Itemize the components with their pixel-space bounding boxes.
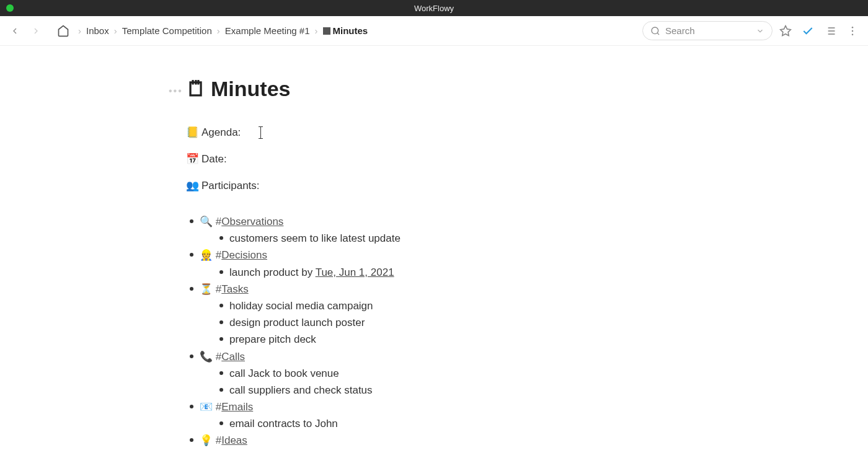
document-title-row[interactable]: ••• 🗒 Minutes [186, 77, 657, 101]
bullet-icon[interactable] [219, 421, 223, 425]
svg-point-11 [852, 33, 854, 35]
nav-back-button[interactable] [6, 22, 24, 40]
list-item[interactable]: design product launch poster [219, 314, 657, 331]
window-titlebar: WorkFlowy [0, 0, 868, 16]
list-item[interactable]: prepare pitch deck [219, 331, 657, 348]
bullet-icon[interactable] [219, 371, 223, 375]
svg-point-9 [852, 26, 854, 28]
document-content: ••• 🗒 Minutes 📒Agenda:📅Date:👥Participant… [0, 46, 868, 449]
text-cursor-icon [260, 127, 261, 138]
traffic-lights [0, 4, 14, 12]
home-button[interactable] [55, 22, 72, 40]
list-item[interactable]: email contracts to John [219, 415, 657, 432]
bullet-icon[interactable] [219, 270, 223, 274]
breadcrumb-template-competition[interactable]: Template Competition [122, 25, 212, 36]
bullet-icon[interactable] [190, 253, 193, 257]
page-title-text: Minutes [211, 77, 290, 101]
list-item[interactable]: 📞 #Calls [190, 348, 657, 365]
bullet-icon[interactable] [219, 304, 223, 307]
chevron-right-icon: › [217, 25, 220, 36]
bullet-icon[interactable] [219, 320, 223, 324]
notepad-icon: 🗒 [186, 77, 207, 101]
bullet-icon[interactable] [219, 337, 223, 341]
chevron-right-icon: › [315, 25, 318, 36]
search-input[interactable]: Search [642, 21, 773, 40]
list-item[interactable]: 💡 #Ideas [190, 432, 657, 449]
meta-label: Date: [202, 153, 227, 165]
meta-label: Agenda: [202, 126, 241, 139]
hashtag-link[interactable]: #Emails [216, 401, 253, 413]
meta-line[interactable]: 👥Participants: [186, 179, 657, 192]
page-title[interactable]: 🗒 Minutes [186, 77, 290, 101]
list-item[interactable]: customers seem to like latest update [219, 230, 657, 247]
bullet-icon[interactable] [219, 236, 223, 240]
breadcrumb: › Inbox › Template Competition › Example… [78, 25, 368, 36]
date-link[interactable]: Tue, Jun 1, 2021 [316, 266, 394, 278]
document[interactable]: ••• 🗒 Minutes 📒Agenda:📅Date:👥Participant… [186, 77, 657, 449]
list-item-text: prepare pitch deck [229, 331, 316, 348]
meta-line[interactable]: 📒Agenda: [186, 126, 657, 139]
list-item[interactable]: ⏳ #Tasks [190, 281, 657, 297]
chevron-down-icon [756, 27, 764, 35]
chevron-right-icon: › [78, 25, 81, 36]
hashtag-link[interactable]: #Calls [216, 351, 245, 363]
list-item-text: call Jack to book venue [229, 365, 339, 382]
bullet-icon[interactable] [190, 287, 193, 291]
list-item-text: design product launch poster [229, 314, 365, 331]
meta-label: Participants: [202, 180, 260, 192]
bullet-icon[interactable] [219, 388, 223, 392]
list-item[interactable]: call Jack to book venue [219, 365, 657, 382]
list-item-text: launch product by Tue, Jun 1, 2021 [229, 264, 394, 281]
section-emoji-icon: 📞 [200, 348, 213, 365]
svg-line-1 [657, 33, 659, 35]
svg-marker-2 [781, 25, 791, 35]
bullet-icon[interactable] [190, 438, 193, 442]
section-emoji-icon: ⏳ [200, 281, 213, 297]
list-item-text: email contracts to John [229, 415, 338, 432]
meta-emoji-icon: 👥 [186, 179, 199, 192]
app-title: WorkFlowy [414, 4, 454, 13]
svg-point-0 [652, 27, 658, 34]
hashtag-link[interactable]: #Decisions [216, 249, 267, 261]
breadcrumb-example-meeting[interactable]: Example Meeting #1 [225, 25, 310, 36]
list-item[interactable]: 👷 #Decisions [190, 247, 657, 263]
list-item-text: holiday social media campaign [229, 297, 373, 314]
more-menu-button[interactable] [843, 22, 862, 40]
traffic-light-close[interactable] [6, 4, 14, 12]
list-item-text: call suppliers and check status [229, 382, 373, 399]
document-icon [323, 27, 330, 35]
nav-forward-button[interactable] [27, 22, 45, 40]
list-item[interactable]: call suppliers and check status [219, 382, 657, 399]
list-item-text: customers seem to like latest update [229, 230, 401, 247]
search-icon [650, 26, 660, 36]
hashtag-link[interactable]: #Ideas [216, 434, 247, 446]
list-item[interactable]: 📧 #Emails [190, 399, 657, 415]
meta-emoji-icon: 📅 [186, 152, 199, 165]
list-item[interactable]: launch product by Tue, Jun 1, 2021 [219, 264, 657, 281]
breadcrumb-minutes[interactable]: Minutes [323, 25, 368, 36]
search-placeholder: Search [665, 25, 695, 36]
section-emoji-icon: 🔍 [200, 213, 213, 230]
star-button[interactable] [776, 22, 795, 40]
bullet-icon[interactable] [190, 219, 193, 223]
drag-handle-icon[interactable]: ••• [169, 86, 183, 97]
complete-toggle-button[interactable] [799, 22, 817, 40]
list-item[interactable]: 🔍 #Observations [190, 213, 657, 230]
meta-emoji-icon: 📒 [186, 126, 199, 139]
bullet-icon[interactable] [190, 355, 193, 358]
chevron-right-icon: › [114, 25, 117, 36]
section-emoji-icon: 👷 [200, 247, 213, 263]
svg-point-10 [852, 30, 854, 32]
hashtag-link[interactable]: #Tasks [216, 283, 249, 295]
list-item[interactable]: holiday social media campaign [219, 297, 657, 314]
hashtag-link[interactable]: #Observations [216, 216, 284, 227]
list-view-button[interactable] [821, 22, 839, 40]
meta-line[interactable]: 📅Date: [186, 152, 657, 165]
breadcrumb-inbox[interactable]: Inbox [86, 25, 109, 36]
breadcrumb-current-label: Minutes [333, 25, 368, 36]
bullet-icon[interactable] [190, 405, 193, 408]
section-emoji-icon: 📧 [200, 399, 213, 415]
section-emoji-icon: 💡 [200, 432, 213, 449]
toolbar: › Inbox › Template Competition › Example… [0, 16, 868, 46]
